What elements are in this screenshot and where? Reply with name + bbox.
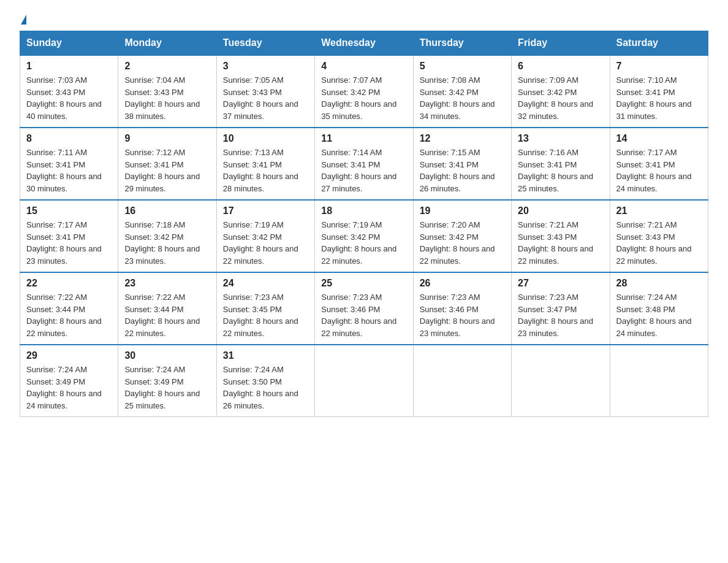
day-cell-23: 23Sunrise: 7:22 AMSunset: 3:44 PMDayligh… bbox=[118, 272, 216, 345]
day-info: Sunrise: 7:12 AMSunset: 3:41 PMDaylight:… bbox=[124, 147, 210, 194]
weekday-header-friday: Friday bbox=[512, 31, 610, 56]
day-number: 9 bbox=[124, 133, 210, 144]
day-number: 26 bbox=[420, 278, 505, 289]
empty-cell bbox=[413, 345, 511, 417]
week-row-4: 22Sunrise: 7:22 AMSunset: 3:44 PMDayligh… bbox=[20, 272, 708, 345]
day-info: Sunrise: 7:03 AMSunset: 3:43 PMDaylight:… bbox=[26, 74, 112, 122]
day-number: 29 bbox=[26, 350, 112, 361]
day-cell-9: 9Sunrise: 7:12 AMSunset: 3:41 PMDaylight… bbox=[118, 128, 216, 200]
day-info: Sunrise: 7:23 AMSunset: 3:45 PMDaylight:… bbox=[223, 291, 308, 339]
day-info: Sunrise: 7:24 AMSunset: 3:48 PMDaylight:… bbox=[616, 291, 702, 339]
day-info: Sunrise: 7:20 AMSunset: 3:42 PMDaylight:… bbox=[420, 219, 505, 267]
day-cell-10: 10Sunrise: 7:13 AMSunset: 3:41 PMDayligh… bbox=[216, 128, 314, 200]
empty-cell bbox=[610, 345, 708, 417]
day-info: Sunrise: 7:17 AMSunset: 3:41 PMDaylight:… bbox=[26, 219, 112, 267]
day-number: 19 bbox=[420, 205, 505, 216]
day-cell-29: 29Sunrise: 7:24 AMSunset: 3:49 PMDayligh… bbox=[20, 345, 118, 417]
day-info: Sunrise: 7:13 AMSunset: 3:41 PMDaylight:… bbox=[223, 147, 308, 194]
day-number: 20 bbox=[518, 205, 603, 216]
day-cell-15: 15Sunrise: 7:17 AMSunset: 3:41 PMDayligh… bbox=[20, 200, 118, 272]
weekday-header-row: SundayMondayTuesdayWednesdayThursdayFrid… bbox=[20, 31, 708, 56]
day-info: Sunrise: 7:05 AMSunset: 3:43 PMDaylight:… bbox=[223, 74, 308, 122]
weekday-header-monday: Monday bbox=[118, 31, 216, 56]
day-cell-18: 18Sunrise: 7:19 AMSunset: 3:42 PMDayligh… bbox=[315, 200, 413, 272]
weekday-header-saturday: Saturday bbox=[610, 31, 708, 56]
day-cell-13: 13Sunrise: 7:16 AMSunset: 3:41 PMDayligh… bbox=[512, 128, 610, 200]
day-number: 3 bbox=[223, 61, 308, 72]
day-info: Sunrise: 7:22 AMSunset: 3:44 PMDaylight:… bbox=[26, 291, 112, 339]
day-cell-12: 12Sunrise: 7:15 AMSunset: 3:41 PMDayligh… bbox=[413, 128, 511, 200]
day-cell-6: 6Sunrise: 7:09 AMSunset: 3:42 PMDaylight… bbox=[512, 55, 610, 128]
day-number: 1 bbox=[26, 61, 112, 72]
day-cell-30: 30Sunrise: 7:24 AMSunset: 3:49 PMDayligh… bbox=[118, 345, 216, 417]
week-row-3: 15Sunrise: 7:17 AMSunset: 3:41 PMDayligh… bbox=[20, 200, 708, 272]
day-cell-2: 2Sunrise: 7:04 AMSunset: 3:43 PMDaylight… bbox=[118, 55, 216, 128]
day-cell-26: 26Sunrise: 7:23 AMSunset: 3:46 PMDayligh… bbox=[413, 272, 511, 345]
page-header bbox=[20, 15, 708, 21]
day-info: Sunrise: 7:19 AMSunset: 3:42 PMDaylight:… bbox=[321, 219, 406, 267]
day-info: Sunrise: 7:16 AMSunset: 3:41 PMDaylight:… bbox=[518, 147, 603, 194]
day-number: 15 bbox=[26, 205, 112, 216]
day-number: 18 bbox=[321, 205, 406, 216]
week-row-2: 8Sunrise: 7:11 AMSunset: 3:41 PMDaylight… bbox=[20, 128, 708, 200]
day-cell-20: 20Sunrise: 7:21 AMSunset: 3:43 PMDayligh… bbox=[512, 200, 610, 272]
weekday-header-sunday: Sunday bbox=[20, 31, 118, 56]
weekday-header-thursday: Thursday bbox=[413, 31, 511, 56]
day-number: 21 bbox=[616, 205, 702, 216]
day-cell-14: 14Sunrise: 7:17 AMSunset: 3:41 PMDayligh… bbox=[610, 128, 708, 200]
day-number: 23 bbox=[124, 278, 210, 289]
day-info: Sunrise: 7:24 AMSunset: 3:49 PMDaylight:… bbox=[26, 364, 112, 412]
day-info: Sunrise: 7:21 AMSunset: 3:43 PMDaylight:… bbox=[518, 219, 603, 267]
day-number: 13 bbox=[518, 133, 603, 144]
day-number: 25 bbox=[321, 278, 406, 289]
day-cell-27: 27Sunrise: 7:23 AMSunset: 3:47 PMDayligh… bbox=[512, 272, 610, 345]
day-cell-25: 25Sunrise: 7:23 AMSunset: 3:46 PMDayligh… bbox=[315, 272, 413, 345]
day-info: Sunrise: 7:24 AMSunset: 3:49 PMDaylight:… bbox=[124, 364, 210, 412]
day-cell-5: 5Sunrise: 7:08 AMSunset: 3:42 PMDaylight… bbox=[413, 55, 511, 128]
day-number: 6 bbox=[518, 61, 603, 72]
day-info: Sunrise: 7:18 AMSunset: 3:42 PMDaylight:… bbox=[124, 219, 210, 267]
day-info: Sunrise: 7:23 AMSunset: 3:46 PMDaylight:… bbox=[321, 291, 406, 339]
day-info: Sunrise: 7:04 AMSunset: 3:43 PMDaylight:… bbox=[124, 74, 210, 122]
logo bbox=[20, 15, 26, 21]
day-number: 11 bbox=[321, 133, 406, 144]
day-cell-31: 31Sunrise: 7:24 AMSunset: 3:50 PMDayligh… bbox=[216, 345, 314, 417]
day-number: 5 bbox=[420, 61, 505, 72]
day-cell-17: 17Sunrise: 7:19 AMSunset: 3:42 PMDayligh… bbox=[216, 200, 314, 272]
day-info: Sunrise: 7:22 AMSunset: 3:44 PMDaylight:… bbox=[124, 291, 210, 339]
day-number: 2 bbox=[124, 61, 210, 72]
day-number: 22 bbox=[26, 278, 112, 289]
day-info: Sunrise: 7:23 AMSunset: 3:46 PMDaylight:… bbox=[420, 291, 505, 339]
day-number: 30 bbox=[124, 350, 210, 361]
day-info: Sunrise: 7:07 AMSunset: 3:42 PMDaylight:… bbox=[321, 74, 406, 122]
day-info: Sunrise: 7:09 AMSunset: 3:42 PMDaylight:… bbox=[518, 74, 603, 122]
empty-cell bbox=[512, 345, 610, 417]
day-cell-24: 24Sunrise: 7:23 AMSunset: 3:45 PMDayligh… bbox=[216, 272, 314, 345]
week-row-1: 1Sunrise: 7:03 AMSunset: 3:43 PMDaylight… bbox=[20, 55, 708, 128]
day-cell-16: 16Sunrise: 7:18 AMSunset: 3:42 PMDayligh… bbox=[118, 200, 216, 272]
weekday-header-tuesday: Tuesday bbox=[216, 31, 314, 56]
day-number: 28 bbox=[616, 278, 702, 289]
day-info: Sunrise: 7:10 AMSunset: 3:41 PMDaylight:… bbox=[616, 74, 702, 122]
day-number: 27 bbox=[518, 278, 603, 289]
day-info: Sunrise: 7:23 AMSunset: 3:47 PMDaylight:… bbox=[518, 291, 603, 339]
day-cell-1: 1Sunrise: 7:03 AMSunset: 3:43 PMDaylight… bbox=[20, 55, 118, 128]
day-info: Sunrise: 7:21 AMSunset: 3:43 PMDaylight:… bbox=[616, 219, 702, 267]
day-cell-21: 21Sunrise: 7:21 AMSunset: 3:43 PMDayligh… bbox=[610, 200, 708, 272]
empty-cell bbox=[315, 345, 413, 417]
day-info: Sunrise: 7:24 AMSunset: 3:50 PMDaylight:… bbox=[223, 364, 308, 412]
day-cell-28: 28Sunrise: 7:24 AMSunset: 3:48 PMDayligh… bbox=[610, 272, 708, 345]
day-info: Sunrise: 7:11 AMSunset: 3:41 PMDaylight:… bbox=[26, 147, 112, 194]
day-number: 31 bbox=[223, 350, 308, 361]
day-number: 24 bbox=[223, 278, 308, 289]
day-cell-7: 7Sunrise: 7:10 AMSunset: 3:41 PMDaylight… bbox=[610, 55, 708, 128]
day-number: 10 bbox=[223, 133, 308, 144]
day-number: 8 bbox=[26, 133, 112, 144]
day-number: 14 bbox=[616, 133, 702, 144]
calendar-table: SundayMondayTuesdayWednesdayThursdayFrid… bbox=[20, 31, 708, 417]
day-info: Sunrise: 7:17 AMSunset: 3:41 PMDaylight:… bbox=[616, 147, 702, 194]
weekday-header-wednesday: Wednesday bbox=[315, 31, 413, 56]
day-info: Sunrise: 7:08 AMSunset: 3:42 PMDaylight:… bbox=[420, 74, 505, 122]
week-row-5: 29Sunrise: 7:24 AMSunset: 3:49 PMDayligh… bbox=[20, 345, 708, 417]
logo-triangle-icon bbox=[21, 15, 26, 25]
